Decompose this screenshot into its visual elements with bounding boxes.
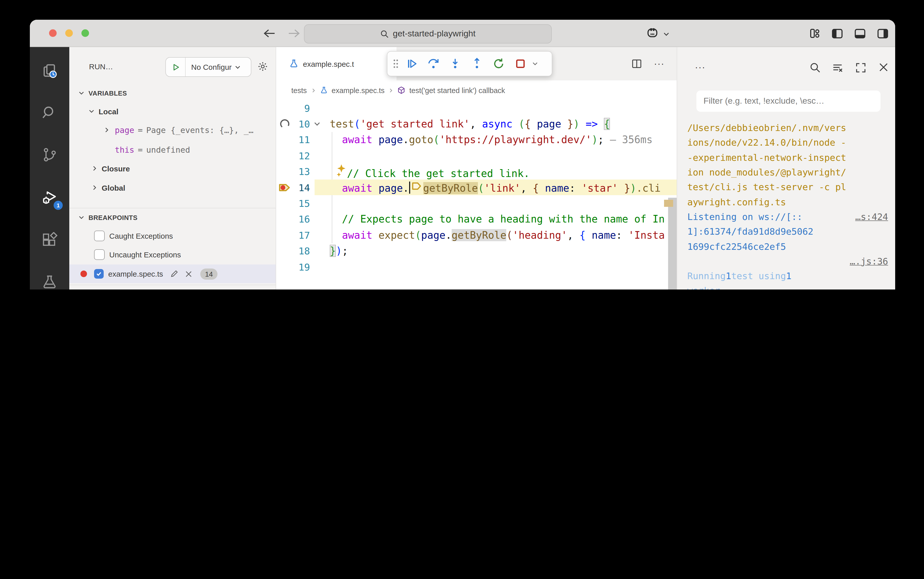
toggle-panel-icon[interactable] <box>854 27 866 40</box>
code-line[interactable]: 10test('get started link', async ({ page… <box>276 116 677 132</box>
code-text: await expect(page.getByRole('heading', {… <box>324 229 677 241</box>
checkbox[interactable] <box>94 249 105 260</box>
line-number: 11 <box>293 134 310 146</box>
tab-example-spec[interactable]: example.spec.t <box>276 47 396 80</box>
code-line[interactable]: 14 await page.getByRole('link', { name: … <box>276 180 677 195</box>
checkbox[interactable] <box>94 230 105 241</box>
command-center-search[interactable]: get-started-playwright <box>304 24 552 44</box>
code-editor[interactable]: 910test('get started link', async ({ pag… <box>276 100 677 290</box>
breadcrumb-tests[interactable]: tests <box>291 86 307 94</box>
title-bar: get-started-playwright <box>30 20 895 47</box>
breakpoint-hit-icon[interactable] <box>276 181 293 193</box>
variables-scope-global[interactable]: Global <box>69 179 276 196</box>
code-line[interactable]: 18}); <box>276 243 677 259</box>
console-line: Running 1 test using 1 <box>687 268 888 283</box>
code-line[interactable]: 11 await page.goto('https://playwright.d… <box>276 132 677 148</box>
explorer-history-icon[interactable] <box>39 61 60 82</box>
editor-more-actions-icon[interactable]: ··· <box>654 59 664 69</box>
watch-section-header[interactable]: WATCH <box>69 286 276 290</box>
checkbox-checked[interactable] <box>94 269 104 279</box>
line-number: 12 <box>293 150 310 161</box>
close-window-button[interactable] <box>49 29 57 37</box>
search-value: get-started-playwright <box>393 29 476 39</box>
debug-gear-icon[interactable] <box>257 57 276 76</box>
test-running-spinner-icon[interactable] <box>276 118 293 129</box>
variables-scope-closure[interactable]: Closure <box>69 160 276 177</box>
code-text: }); <box>324 245 677 257</box>
editor-group: example.spec.t ··· tests example.spec.ts… <box>276 47 677 290</box>
source-location-link[interactable]: ….js:36 <box>850 256 888 267</box>
debug-config-dropdown[interactable]: No Configur <box>165 57 251 77</box>
toolbar-drag-handle[interactable] <box>392 59 399 69</box>
debug-console-output[interactable]: /Users/debbieobrien/.nvm/versions/node/v… <box>687 120 888 290</box>
breakpoint-uncaught-exceptions[interactable]: Uncaught Exceptions <box>69 246 276 263</box>
line-number: 17 <box>293 230 310 241</box>
breakpoint-caught-exceptions[interactable]: Caught Exceptions <box>69 227 276 244</box>
chevron-down-icon <box>88 108 95 114</box>
console-filter-input[interactable] <box>697 90 880 112</box>
debug-step-out-icon[interactable] <box>471 58 483 70</box>
debug-stop-icon[interactable] <box>514 58 527 70</box>
chevron-right-icon <box>389 88 394 93</box>
code-line[interactable]: 9 <box>276 100 677 116</box>
debug-step-over-icon[interactable] <box>427 58 440 70</box>
code-line[interactable]: 17 await expect(page.getByRole('heading'… <box>276 227 677 243</box>
debug-session-chevron-icon[interactable] <box>532 61 538 67</box>
beaker-icon <box>320 87 327 94</box>
variables-scope-local[interactable]: Local <box>69 103 276 120</box>
code-text: await page.getByRole('link', { name: 'st… <box>324 180 677 194</box>
toggle-primary-sidebar-icon[interactable] <box>831 27 844 40</box>
variables-section-header[interactable]: VARIABLES <box>69 85 276 101</box>
start-debug-play-icon[interactable] <box>166 58 186 76</box>
editor-vertical-scrollbar[interactable] <box>668 198 677 290</box>
code-text: await page.goto('https://playwright.dev/… <box>324 134 677 146</box>
clear-console-icon[interactable] <box>832 62 843 73</box>
breadcrumb-file[interactable]: example.spec.ts <box>332 86 384 94</box>
close-console-icon[interactable] <box>878 62 889 72</box>
vscode-window: get-started-playwright <box>30 20 895 290</box>
testing-beaker-icon[interactable] <box>39 272 60 290</box>
line-number: 10 <box>293 118 310 129</box>
extensions-icon[interactable] <box>39 230 60 250</box>
breakpoints-section-header[interactable]: BREAKPOINTS <box>69 209 276 226</box>
code-line[interactable]: 13 // Click the get started link. <box>276 164 677 180</box>
console-line: ….js:36 <box>687 254 888 268</box>
line-number: 13 <box>293 166 310 177</box>
run-debug-icon[interactable]: 1 <box>39 188 60 208</box>
toggle-secondary-sidebar-icon[interactable] <box>877 27 889 40</box>
variable-row-this[interactable]: this = undefined <box>69 141 276 158</box>
split-editor-icon[interactable] <box>632 59 642 69</box>
console-search-icon[interactable] <box>810 62 821 73</box>
variable-row-page[interactable]: page = Page {_events: {…}, _… <box>69 121 276 139</box>
back-button[interactable] <box>262 26 276 41</box>
source-location-link[interactable]: …s:424 <box>855 211 888 222</box>
zoom-window-button[interactable] <box>82 29 89 37</box>
console-line: ion node_modules/@playwright/ <box>687 165 888 180</box>
code-line[interactable]: 16 // Expects page to have a heading wit… <box>276 211 677 227</box>
copilot-icon[interactable] <box>646 26 659 39</box>
console-line: worker <box>687 283 888 290</box>
debug-continue-icon[interactable] <box>406 58 418 70</box>
code-line[interactable]: 15 <box>276 195 677 211</box>
customize-layout-icon[interactable] <box>809 27 821 39</box>
minimize-window-button[interactable] <box>65 29 73 37</box>
chevron-down-icon[interactable] <box>663 31 670 38</box>
forward-button[interactable] <box>287 26 301 41</box>
debug-step-into-icon[interactable] <box>449 58 461 70</box>
breadcrumb-symbol[interactable]: test('get started link') callback <box>409 86 505 94</box>
code-line[interactable]: 12 <box>276 148 677 164</box>
console-line: /Users/debbieobrien/.nvm/vers <box>687 120 888 135</box>
line-number: 14 <box>293 182 310 193</box>
search-side-icon[interactable] <box>39 103 60 123</box>
fold-chevron-icon[interactable] <box>310 120 324 128</box>
expand-console-icon[interactable] <box>855 62 866 73</box>
breakpoint-row-example-spec[interactable]: example.spec.ts 14 <box>69 265 276 283</box>
console-line: aywright.config.ts <box>687 195 888 209</box>
console-more-actions-icon[interactable]: ··· <box>695 62 705 73</box>
debug-restart-icon[interactable] <box>492 58 505 70</box>
config-label: No Configur <box>186 63 232 71</box>
source-control-icon[interactable] <box>39 145 60 165</box>
edit-breakpoint-pencil-icon[interactable] <box>170 270 179 278</box>
remove-breakpoint-close-icon[interactable] <box>185 270 193 277</box>
code-line[interactable]: 19 <box>276 259 677 275</box>
